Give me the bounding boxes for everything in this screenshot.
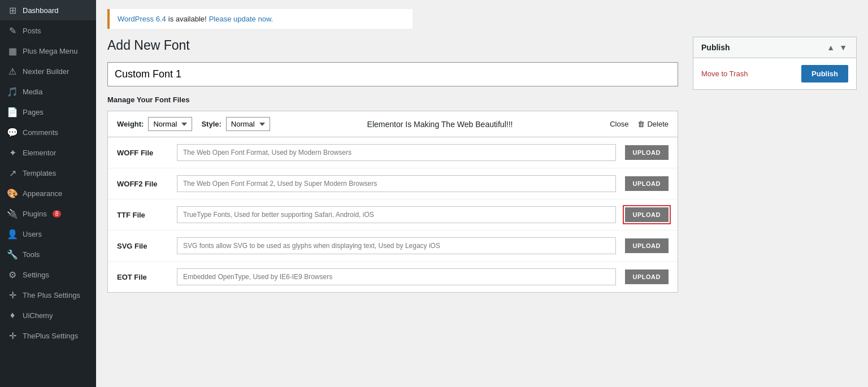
the-plus-settings-icon: ✛ — [7, 289, 18, 301]
delete-button[interactable]: 🗑 Delete — [637, 120, 669, 128]
eot-file-row: EOT File UPLOAD — [108, 262, 678, 292]
sidebar-item-label: Pages — [23, 108, 44, 116]
plugins-badge: 8 — [53, 210, 62, 218]
font-table: Weight: Normal10020030040050060070080090… — [107, 111, 678, 293]
woff2-label: WOFF2 File — [117, 180, 168, 188]
sidebar-item-label: ThePlus Settings — [23, 332, 78, 340]
sidebar-item-appearance[interactable]: 🎨 Appearance — [0, 183, 96, 203]
svg-file-row: SVG File UPLOAD — [108, 231, 678, 262]
please-update-link[interactable]: Please update now. — [209, 15, 273, 23]
woff-file-row: WOFF File UPLOAD — [108, 137, 678, 168]
tools-icon: 🔧 — [7, 249, 18, 260]
sidebar-item-posts[interactable]: ✎ Posts — [0, 20, 96, 41]
notice-middle-text: is available! — [168, 15, 207, 23]
sidebar-item-uichemy[interactable]: ♦ UiChemy — [0, 305, 96, 325]
media-icon: 🎵 — [7, 86, 18, 97]
style-select[interactable]: NormalItalic — [226, 117, 270, 131]
sidebar-item-dashboard[interactable]: ⊞ Dashboard — [0, 0, 96, 20]
sidebar-item-label: Nexter Builder — [23, 67, 69, 76]
uichemy-icon: ♦ — [7, 310, 18, 321]
sidebar-item-label: Dashboard — [23, 6, 59, 15]
users-icon: 👤 — [7, 228, 18, 240]
woff2-file-row: WOFF2 File UPLOAD — [108, 168, 678, 199]
move-to-trash-link[interactable]: Move to Trash — [701, 69, 748, 78]
sidebar-item-label: Tools — [23, 250, 40, 259]
eot-upload-button[interactable]: UPLOAD — [625, 269, 669, 284]
sidebar-item-comments[interactable]: 💬 Comments — [0, 122, 96, 142]
sidebar-item-tools[interactable]: 🔧 Tools — [0, 244, 96, 264]
manage-files-label: Manage Your Font Files — [107, 95, 857, 104]
sidebar-item-label: Settings — [23, 271, 49, 279]
publish-panel-title: Publish — [701, 43, 730, 52]
settings-icon: ⚙ — [7, 269, 18, 280]
sidebar-item-theplus-settings[interactable]: ✛ ThePlus Settings — [0, 325, 96, 346]
ttf-label: TTF File — [117, 211, 168, 219]
preview-text: Elementor Is Making The Web Beautiful!!! — [279, 120, 601, 129]
font-name-input[interactable] — [107, 62, 678, 86]
sidebar-item-users[interactable]: 👤 Users — [0, 224, 96, 244]
plugins-icon: 🔌 — [7, 208, 18, 219]
ttf-upload-button[interactable]: UPLOAD — [625, 207, 669, 222]
sidebar-item-elementor[interactable]: ✦ Elementor — [0, 142, 96, 163]
woff-label: WOFF File — [117, 149, 168, 157]
sidebar-item-label: The Plus Settings — [23, 291, 80, 299]
pages-icon: 📄 — [7, 106, 18, 118]
templates-icon: ↗ — [7, 167, 18, 179]
sidebar-item-label: Plugins — [23, 210, 47, 218]
weight-group: Weight: Normal10020030040050060070080090… — [117, 117, 192, 131]
close-button[interactable]: Close — [610, 120, 628, 128]
sidebar-item-label: Appearance — [23, 189, 62, 198]
style-group: Style: NormalItalic — [201, 117, 270, 131]
sidebar-item-nexter-builder[interactable]: ⚠ Nexter Builder — [0, 61, 96, 81]
publish-panel-body: Move to Trash Publish — [693, 58, 856, 89]
sidebar-item-plus-mega-menu[interactable]: ▦ Plus Mega Menu — [0, 41, 96, 61]
sidebar: ⊞ Dashboard ✎ Posts ▦ Plus Mega Menu ⚠ N… — [0, 0, 96, 387]
style-label: Style: — [201, 120, 221, 128]
sidebar-item-label: Users — [23, 230, 42, 238]
sidebar-item-pages[interactable]: 📄 Pages — [0, 102, 96, 122]
woff2-upload-button[interactable]: UPLOAD — [625, 176, 669, 191]
update-notice: WordPress 6.4 is available! Please updat… — [107, 9, 413, 29]
publish-panel: Publish ▲ ▼ Move to Trash Publish — [693, 37, 857, 90]
appearance-icon: 🎨 — [7, 188, 18, 199]
sidebar-item-media[interactable]: 🎵 Media — [0, 81, 96, 102]
sidebar-item-label: Media — [23, 88, 42, 96]
sidebar-item-label: Plus Mega Menu — [23, 47, 78, 55]
woff-file-input[interactable] — [177, 144, 616, 161]
ttf-file-input[interactable] — [177, 206, 616, 223]
sidebar-item-label: Templates — [23, 169, 56, 177]
sidebar-item-label: UiChemy — [23, 311, 53, 320]
ttf-file-row: TTF File UPLOAD — [108, 199, 678, 231]
sidebar-item-plugins[interactable]: 🔌 Plugins 8 — [0, 203, 96, 224]
weight-select[interactable]: Normal100200300400500600700800900 — [148, 117, 192, 131]
plus-mega-menu-icon: ▦ — [7, 45, 18, 56]
woff-upload-button[interactable]: UPLOAD — [625, 145, 669, 160]
collapse-button[interactable]: ▲ — [826, 43, 836, 52]
eot-file-input[interactable] — [177, 268, 616, 285]
trash-icon: 🗑 — [637, 120, 645, 128]
weight-label: Weight: — [117, 120, 144, 128]
sidebar-item-label: Posts — [23, 27, 41, 35]
svg-label: SVG File — [117, 242, 168, 250]
woff2-file-input[interactable] — [177, 175, 616, 192]
svg-upload-button[interactable]: UPLOAD — [625, 238, 669, 253]
publish-panel-toggle: ▲ ▼ — [826, 43, 848, 52]
elementor-icon: ✦ — [7, 147, 18, 158]
expand-button[interactable]: ▼ — [838, 43, 848, 52]
font-table-header: Weight: Normal10020030040050060070080090… — [108, 111, 678, 137]
sidebar-item-settings[interactable]: ⚙ Settings — [0, 264, 96, 285]
svg-file-input[interactable] — [177, 237, 616, 254]
main-content: WordPress 6.4 is available! Please updat… — [96, 0, 868, 387]
publish-button[interactable]: Publish — [801, 65, 848, 82]
sidebar-item-templates[interactable]: ↗ Templates — [0, 163, 96, 183]
comments-icon: 💬 — [7, 127, 18, 138]
wordpress-version-link[interactable]: WordPress 6.4 — [118, 15, 166, 23]
sidebar-item-label: Elementor — [23, 149, 56, 157]
dashboard-icon: ⊞ — [7, 5, 18, 16]
eot-label: EOT File — [117, 273, 168, 281]
sidebar-item-label: Comments — [23, 128, 58, 137]
theplus-settings-icon: ✛ — [7, 330, 18, 341]
sidebar-item-the-plus-settings[interactable]: ✛ The Plus Settings — [0, 285, 96, 305]
publish-panel-header: Publish ▲ ▼ — [693, 37, 856, 58]
posts-icon: ✎ — [7, 25, 18, 36]
